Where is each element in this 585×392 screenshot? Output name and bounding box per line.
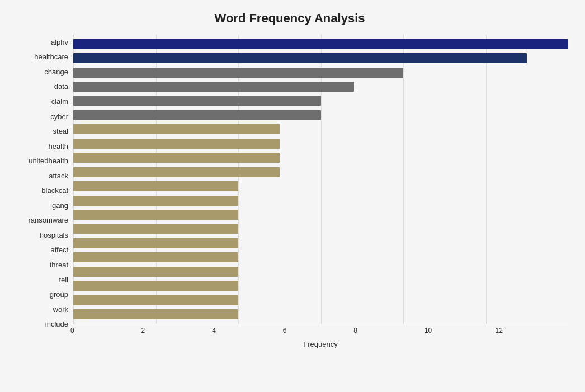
bar xyxy=(73,196,238,206)
y-label: unitedhealth xyxy=(29,157,68,164)
bar xyxy=(73,238,238,248)
x-axis-title: Frequency xyxy=(73,340,568,348)
x-tick: 0 xyxy=(70,327,144,338)
x-tick: 12 xyxy=(495,327,568,338)
y-label: affect xyxy=(50,246,68,253)
y-label: group xyxy=(50,291,68,298)
bar-row xyxy=(73,67,568,79)
y-label: claim xyxy=(51,98,68,105)
bar xyxy=(73,124,280,134)
bar-row xyxy=(73,251,568,263)
x-axis-labels: 024681012 xyxy=(73,327,568,338)
y-label: data xyxy=(54,83,68,90)
bar-row xyxy=(73,109,568,121)
bar xyxy=(73,139,280,149)
bar-row xyxy=(73,138,568,150)
chart-container: Word Frequency Analysis alphvhealthcarec… xyxy=(0,0,585,392)
bar-row xyxy=(73,52,568,64)
bar-row xyxy=(73,266,568,278)
bar-row xyxy=(73,308,568,320)
chart-title: Word Frequency Analysis xyxy=(11,11,568,26)
bar-row xyxy=(73,152,568,164)
y-label: change xyxy=(44,68,68,75)
bar xyxy=(73,224,238,234)
y-label: ransomware xyxy=(28,216,68,224)
bar xyxy=(73,68,403,78)
bar xyxy=(73,267,238,277)
y-label: work xyxy=(53,306,68,313)
bar xyxy=(73,39,568,49)
y-label: health xyxy=(49,143,68,150)
bar-row xyxy=(73,195,568,207)
bar-row xyxy=(73,209,568,221)
bar xyxy=(73,281,238,291)
bar-row xyxy=(73,166,568,178)
y-axis-labels: alphvhealthcarechangedataclaimcybersteal… xyxy=(11,35,73,348)
y-label: gang xyxy=(52,202,68,209)
bar xyxy=(73,167,280,177)
y-label: cyber xyxy=(50,113,68,120)
y-label: alphv xyxy=(51,39,68,46)
x-tick: 2 xyxy=(141,327,215,338)
bar xyxy=(73,210,238,220)
bar-row xyxy=(73,180,568,192)
bar xyxy=(73,96,321,106)
x-tick: 8 xyxy=(353,327,427,338)
y-label: hospitals xyxy=(40,232,68,239)
y-label: tell xyxy=(59,276,68,284)
y-label: blackcat xyxy=(41,187,68,194)
y-label: steal xyxy=(53,127,68,135)
y-label: attack xyxy=(49,172,68,180)
bar xyxy=(73,252,238,262)
bar xyxy=(73,295,238,305)
bars-section xyxy=(73,35,568,324)
x-tick: 10 xyxy=(424,327,498,338)
y-label: threat xyxy=(50,261,68,268)
bar-row xyxy=(73,95,568,107)
x-tick: 6 xyxy=(283,327,356,338)
bar xyxy=(73,181,238,191)
bars-wrapper xyxy=(73,35,568,324)
bar xyxy=(73,110,321,120)
chart-area: alphvhealthcarechangedataclaimcybersteal… xyxy=(11,35,568,348)
bar xyxy=(73,153,280,163)
bar xyxy=(73,53,527,63)
y-label: include xyxy=(45,320,68,328)
bar-row xyxy=(73,294,568,306)
bar-row xyxy=(73,81,568,93)
bar xyxy=(73,309,238,319)
y-label: healthcare xyxy=(34,53,68,60)
bar-row xyxy=(73,280,568,292)
plot-area: 024681012 Frequency xyxy=(73,35,568,348)
bar-row xyxy=(73,237,568,249)
bar-row xyxy=(73,123,568,135)
bar-row xyxy=(73,223,568,235)
bar-row xyxy=(73,38,568,50)
x-tick: 4 xyxy=(212,327,285,338)
bar xyxy=(73,82,354,92)
